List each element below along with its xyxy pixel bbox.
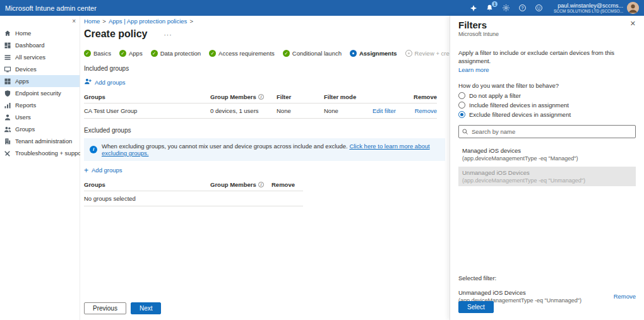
step-conditional-launch[interactable]: Conditional launch: [283, 50, 342, 57]
add-groups-link-included[interactable]: Add groups: [84, 78, 126, 86]
copilot-icon[interactable]: [470, 4, 477, 12]
close-icon[interactable]: ✕: [630, 20, 636, 28]
sidebar-item-tenant-administration[interactable]: Tenant administration: [0, 135, 80, 147]
step-label: Conditional launch: [292, 50, 342, 57]
title-row: Create policy ···: [84, 28, 446, 40]
remove-selected-filter-link[interactable]: Remove: [614, 293, 636, 300]
panel-header: Filters Microsoft Intune ✕: [458, 20, 636, 37]
more-menu-icon[interactable]: ···: [164, 32, 172, 39]
filter-name: Unmanaged iOS Devices: [462, 169, 632, 176]
column-header-label: Group Members: [210, 93, 256, 100]
sidebar-item-label: Groups: [15, 126, 35, 133]
breadcrumb-app-protection-policies[interactable]: Apps | App protection policies: [109, 18, 187, 25]
help-icon[interactable]: ?: [518, 4, 527, 12]
check-icon: [119, 50, 126, 57]
sidebar-item-label: All services: [15, 54, 45, 61]
notifications-bell-icon[interactable]: 1: [486, 4, 494, 12]
description-text: Apply a filter to include or exclude cer…: [458, 49, 614, 64]
main-content: Home > Apps | App protection policies > …: [80, 16, 450, 320]
dashboard-icon: [4, 42, 11, 49]
column-header-filter: Filter: [277, 91, 324, 104]
filter-name: Managed iOS devices: [462, 147, 632, 154]
next-button[interactable]: Next: [131, 302, 162, 314]
step-data-protection[interactable]: Data protection: [151, 50, 201, 57]
sidebar-item-label: Endpoint security: [15, 90, 61, 97]
user-org: SCCM SOLUTIONS LTD (SCCMSO...: [554, 9, 623, 13]
sidebar-item-apps[interactable]: Apps: [0, 75, 80, 87]
previous-button[interactable]: Previous: [84, 302, 126, 314]
step-access-requirements[interactable]: Access requirements: [209, 50, 275, 57]
sidebar-item-devices[interactable]: Devices: [0, 63, 80, 75]
filter-item-unmanaged-ios[interactable]: Unmanaged iOS Devices (app.deviceManagem…: [458, 167, 636, 186]
sidebar-item-label: Dashboard: [15, 42, 44, 49]
breadcrumb-separator: >: [189, 18, 193, 25]
sidebar-item-label: Troubleshooting + support: [15, 150, 85, 157]
banner-text: When excluding groups, you cannot mix us…: [102, 143, 439, 157]
remove-group-link[interactable]: Remove: [415, 107, 437, 114]
all-services-icon: [4, 54, 11, 61]
account-menu[interactable]: paul.winstanley@sccms... SCCM SOLUTIONS …: [554, 2, 639, 14]
sidebar-item-endpoint-security[interactable]: Endpoint security: [0, 87, 80, 99]
add-groups-label: Add groups: [95, 79, 126, 86]
sidebar-item-all-services[interactable]: All services: [0, 51, 80, 63]
sidebar-item-reports[interactable]: Reports: [0, 99, 80, 111]
radio-icon: [458, 92, 465, 99]
check-icon: [283, 50, 290, 57]
step-label: Apps: [129, 50, 143, 57]
column-header-group-members: Group Members i: [210, 91, 277, 104]
breadcrumb-home[interactable]: Home: [84, 18, 100, 25]
notification-badge: 1: [492, 1, 498, 7]
step-assignments[interactable]: Assignments: [350, 50, 397, 57]
sidebar-item-troubleshooting[interactable]: Troubleshooting + support: [0, 147, 80, 159]
add-groups-link-excluded[interactable]: + Add groups: [84, 167, 122, 174]
edit-filter-link[interactable]: Edit filter: [373, 107, 396, 114]
radio-label: Exclude filtered devices in assignment: [469, 111, 571, 118]
user-icon: [4, 114, 11, 121]
no-groups-selected-text: No groups selected: [84, 191, 303, 206]
building-icon: [4, 138, 11, 145]
column-header-spacer: [373, 91, 410, 104]
select-button[interactable]: Select: [458, 301, 494, 313]
filters-panel: Filters Microsoft Intune ✕ Apply a filte…: [450, 16, 644, 320]
breadcrumb-separator: >: [102, 18, 106, 25]
plus-icon: +: [84, 167, 88, 174]
selected-filter-name: Unmanaged iOS Devices: [458, 289, 581, 296]
sidebar-item-home[interactable]: Home: [0, 27, 80, 39]
excluded-groups-table: Groups Group Members i Remove No groups …: [84, 179, 303, 206]
people-icon: [4, 126, 11, 133]
app-title[interactable]: Microsoft Intune admin center: [5, 4, 97, 12]
search-input[interactable]: [458, 125, 636, 138]
apps-icon: [4, 78, 11, 85]
sidebar-item-dashboard[interactable]: Dashboard: [0, 39, 80, 51]
info-icon: i: [258, 182, 264, 187]
topbar: Microsoft Intune admin center 1 ? paul.w…: [0, 0, 644, 16]
radio-exclude-filtered-devices[interactable]: Exclude filtered devices in assignment: [458, 111, 636, 118]
devices-icon: [4, 66, 11, 73]
learn-more-link[interactable]: Learn more: [458, 66, 489, 73]
info-icon: i: [258, 94, 264, 100]
panel-description: Apply a filter to include or exclude cer…: [458, 49, 636, 74]
sidebar-item-users[interactable]: Users: [0, 111, 80, 123]
step-basics[interactable]: Basics: [84, 50, 111, 57]
radio-include-filtered-devices[interactable]: Include filtered devices in assignment: [458, 102, 636, 109]
current-step-icon: [350, 50, 357, 57]
step-apps[interactable]: Apps: [119, 50, 143, 57]
account-info: paul.winstanley@sccms... SCCM SOLUTIONS …: [554, 3, 623, 14]
radio-do-not-apply-filter[interactable]: Do not apply a filter: [458, 92, 636, 99]
sidebar-item-groups[interactable]: Groups: [0, 123, 80, 135]
column-header-filter-mode: Filter mode: [324, 91, 373, 104]
filter-item-managed-ios[interactable]: Managed iOS devices (app.deviceManagemen…: [458, 145, 636, 164]
filter-rule: (app.deviceManagementType -eq "Managed"): [462, 155, 632, 162]
panel-title: Filters: [458, 20, 499, 30]
step-label: Access requirements: [218, 50, 275, 57]
filter-search: [458, 125, 636, 138]
sidebar-collapse-icon[interactable]: ×: [72, 18, 76, 25]
feedback-icon[interactable]: [535, 4, 543, 12]
excluded-groups-heading: Excluded groups: [84, 127, 446, 134]
radio-icon: [458, 102, 465, 109]
avatar[interactable]: [627, 2, 639, 14]
shield-icon: [4, 90, 11, 97]
sidebar-item-label: Reports: [15, 102, 36, 109]
group-name-cell: CA Test User Group: [84, 104, 210, 119]
settings-gear-icon[interactable]: [502, 4, 510, 12]
